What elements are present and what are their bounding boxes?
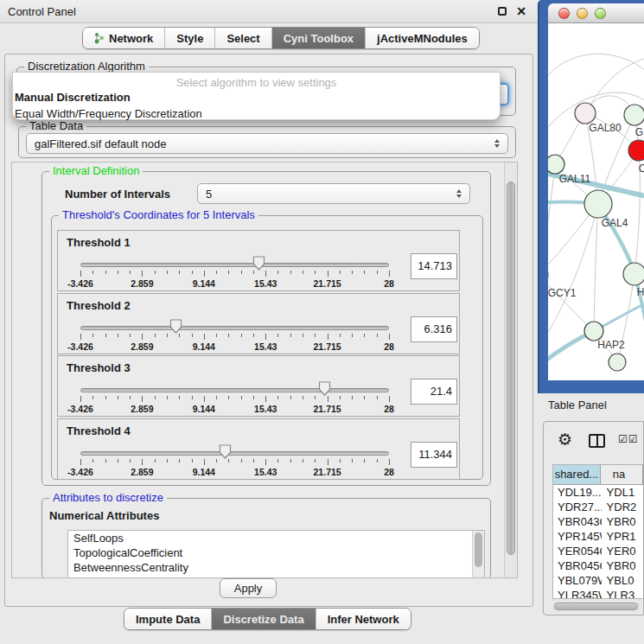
- horizontal-scrollbar[interactable]: [552, 602, 641, 611]
- slider-track[interactable]: [80, 263, 389, 267]
- column-layout-icon[interactable]: [589, 434, 605, 448]
- tick-label: 15.43: [254, 467, 277, 477]
- tab-jactivemnodules[interactable]: jActiveMNodules: [365, 28, 479, 48]
- tick-mark: [277, 334, 278, 337]
- tick-label: 21.715: [314, 341, 341, 352]
- attribute-list-item[interactable]: BetweennessCentrality: [68, 560, 484, 575]
- threshold-value-field[interactable]: 11.344: [411, 442, 457, 468]
- table-cell: YDL19...: [553, 485, 603, 500]
- table-row[interactable]: YER054CYER0: [553, 544, 643, 558]
- table-data-combobox[interactable]: galFiltered.sif default node: [26, 133, 508, 154]
- table-cell: YBL0: [603, 573, 643, 588]
- tick-mark: [142, 271, 143, 277]
- threshold-label: Threshold 3: [67, 361, 131, 374]
- attributes-group: Attributes to discretize Numerical Attri…: [41, 498, 491, 578]
- slider-track[interactable]: [80, 326, 389, 330]
- tab-discretize-data[interactable]: Discretize Data: [211, 609, 315, 629]
- dropdown-item-equal-width[interactable]: Equal Width/Frequency Discretization: [13, 105, 500, 122]
- tick-mark: [290, 334, 291, 337]
- tab-infer-network[interactable]: Infer Network: [316, 609, 411, 629]
- scrollbar-thumb[interactable]: [507, 182, 515, 555]
- network-node-g[interactable]: [624, 105, 644, 125]
- tick-mark: [328, 396, 328, 402]
- table-row[interactable]: YBR043CYBR0: [553, 514, 643, 529]
- table-row[interactable]: YPR145WYPR1: [553, 529, 643, 544]
- threshold-value-field[interactable]: 6.316: [411, 316, 457, 342]
- tick-mark: [241, 334, 242, 337]
- attributes-list-scrollbar[interactable]: [472, 531, 484, 578]
- scrollbar-thumb[interactable]: [554, 603, 638, 610]
- slider-handle[interactable]: [252, 256, 265, 271]
- network-node-h[interactable]: [623, 263, 644, 285]
- slider-track[interactable]: [80, 451, 389, 456]
- table-row[interactable]: YBL079WYBL0: [553, 573, 643, 588]
- control-panel-titlebar: Control Panel ✕: [0, 0, 538, 23]
- dropdown-item-manual-discretization[interactable]: Manual Discretization: [13, 89, 500, 105]
- scrollbar-thumb[interactable]: [475, 532, 482, 567]
- tab-cyni-toolbox[interactable]: Cyni Toolbox: [271, 28, 365, 48]
- tick-mark: [105, 334, 106, 337]
- network-node[interactable]: [609, 354, 626, 371]
- tick-mark: [303, 459, 303, 462]
- threshold-value-field[interactable]: 14.713: [411, 253, 457, 279]
- dropdown-hint: Select algorithm to view settings: [13, 73, 500, 89]
- number-of-intervals-combobox[interactable]: 5: [197, 183, 470, 204]
- tick-mark: [130, 334, 131, 337]
- network-node-label: GAL4: [602, 217, 628, 229]
- table-column-header[interactable]: na: [601, 465, 643, 484]
- slider-track[interactable]: [80, 388, 389, 392]
- tab-select[interactable]: Select: [214, 28, 271, 48]
- tick-label: 9.144: [193, 467, 215, 477]
- network-canvas[interactable]: GAL80G.CGAL11GAL4HGCY1HAP2: [548, 23, 644, 380]
- slider-handle[interactable]: [318, 381, 331, 396]
- numerical-attributes-label: Numerical Attributes: [49, 509, 159, 522]
- tick-mark: [352, 396, 353, 399]
- tick-mark: [265, 271, 266, 277]
- tab-network[interactable]: Network: [83, 28, 164, 48]
- float-window-icon[interactable]: [498, 7, 507, 16]
- threshold-label: Threshold 4: [67, 424, 131, 437]
- table-column-header[interactable]: shared...: [553, 465, 601, 484]
- slider-handle[interactable]: [219, 444, 232, 459]
- table-row[interactable]: YDL19...YDL1: [553, 485, 643, 500]
- tick-mark: [80, 334, 81, 340]
- table-cell: YBR045C: [553, 558, 603, 573]
- tick-mark: [241, 271, 242, 274]
- minimize-traffic-light-icon[interactable]: [577, 8, 588, 19]
- tick-label: -3.426: [67, 341, 93, 352]
- threshold-value-field[interactable]: 21.4: [411, 379, 457, 405]
- network-node-c[interactable]: [628, 140, 644, 161]
- apply-button[interactable]: Apply: [220, 578, 277, 598]
- slider-handle[interactable]: [169, 319, 182, 334]
- table-row[interactable]: YBR045CYBR0: [553, 558, 643, 573]
- tab-style[interactable]: Style: [164, 28, 214, 48]
- network-node-gal80[interactable]: [575, 103, 596, 124]
- network-node-gal11[interactable]: [548, 155, 564, 174]
- attribute-list-item[interactable]: TopologicalCoefficient: [68, 545, 484, 560]
- numerical-attributes-list[interactable]: SelfLoopsTopologicalCoefficientBetweenne…: [67, 530, 485, 578]
- tick-mark: [303, 271, 303, 274]
- tick-mark: [241, 459, 242, 462]
- control-panel: Control Panel ✕ NetworkStyleSelectCyni T…: [0, 0, 538, 644]
- select-columns-icon[interactable]: ☑☑: [618, 433, 639, 445]
- network-node-gal4[interactable]: [584, 190, 612, 218]
- table-cell: YDL1: [603, 485, 643, 500]
- zoom-traffic-light-icon[interactable]: [595, 8, 606, 19]
- tick-label: -3.426: [67, 278, 93, 289]
- table-row[interactable]: YDR27...YDR2: [553, 500, 643, 514]
- node-table[interactable]: shared...na YDL19...YDL1YDR27...YDR2YBR0…: [552, 464, 643, 599]
- tab-impute-data[interactable]: Impute Data: [124, 609, 211, 629]
- attribute-list-item[interactable]: SelfLoops: [68, 531, 484, 545]
- thresholds-group-label: Threshold's Coordinates for 5 Intervals: [59, 208, 258, 222]
- tick-mark: [105, 271, 106, 274]
- table-row[interactable]: YLR345WYLR3: [553, 588, 643, 599]
- close-traffic-light-icon[interactable]: [558, 8, 570, 19]
- network-node-label: H: [637, 286, 644, 298]
- tick-mark: [328, 334, 328, 340]
- gear-icon[interactable]: ⚙: [558, 430, 572, 450]
- table-panel-toolbar: ⚙ ☑☑: [544, 422, 643, 460]
- vertical-scrollbar[interactable]: [504, 163, 517, 577]
- tick-mark: [228, 459, 229, 462]
- close-icon[interactable]: ✕: [516, 0, 526, 23]
- network-node-hap2[interactable]: [584, 322, 603, 341]
